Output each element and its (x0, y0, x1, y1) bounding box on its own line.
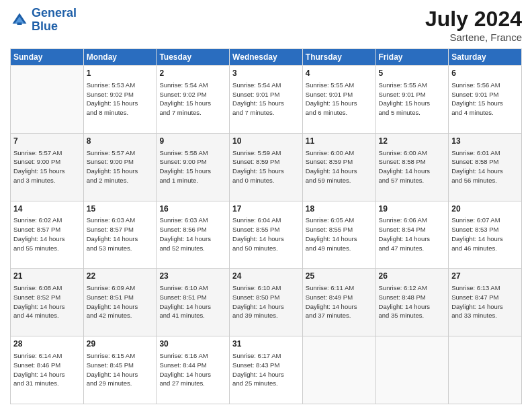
calendar-cell: 7Sunrise: 5:57 AM Sunset: 9:00 PM Daylig… (11, 133, 84, 201)
calendar-cell: 3Sunrise: 5:54 AM Sunset: 9:01 PM Daylig… (230, 66, 303, 134)
calendar-cell: 12Sunrise: 6:00 AM Sunset: 8:58 PM Dayli… (375, 133, 449, 201)
day-info: Sunrise: 5:57 AM Sunset: 9:00 PM Dayligh… (87, 148, 154, 185)
calendar-week-row: 14Sunrise: 6:02 AM Sunset: 8:57 PM Dayli… (11, 201, 522, 269)
calendar-cell: 22Sunrise: 6:09 AM Sunset: 8:51 PM Dayli… (83, 269, 157, 336)
weekday-header: Tuesday (157, 49, 230, 66)
calendar-header-row: SundayMondayTuesdayWednesdayThursdayFrid… (11, 49, 522, 66)
day-number: 28 (13, 338, 81, 350)
day-number: 4 (306, 68, 373, 79)
day-info: Sunrise: 6:04 AM Sunset: 8:55 PM Dayligh… (232, 216, 300, 253)
calendar: SundayMondayTuesdayWednesdayThursdayFrid… (10, 48, 522, 404)
calendar-cell: 18Sunrise: 6:05 AM Sunset: 8:55 PM Dayli… (302, 201, 375, 269)
calendar-cell: 11Sunrise: 6:00 AM Sunset: 8:59 PM Dayli… (302, 133, 375, 201)
weekday-header: Thursday (302, 49, 375, 66)
calendar-cell: 13Sunrise: 6:01 AM Sunset: 8:58 PM Dayli… (449, 133, 522, 201)
day-info: Sunrise: 5:58 AM Sunset: 9:00 PM Dayligh… (159, 148, 226, 185)
weekday-header: Friday (375, 49, 449, 66)
calendar-cell: 2Sunrise: 5:54 AM Sunset: 9:02 PM Daylig… (157, 66, 230, 134)
day-info: Sunrise: 6:15 AM Sunset: 8:45 PM Dayligh… (87, 351, 154, 388)
day-info: Sunrise: 5:55 AM Sunset: 9:01 PM Dayligh… (306, 81, 373, 118)
logo-blue: Blue (32, 19, 58, 33)
day-info: Sunrise: 6:00 AM Sunset: 8:59 PM Dayligh… (306, 148, 373, 185)
calendar-cell: 16Sunrise: 6:03 AM Sunset: 8:56 PM Dayli… (157, 201, 230, 269)
day-number: 14 (13, 203, 81, 215)
day-info: Sunrise: 6:10 AM Sunset: 8:51 PM Dayligh… (159, 283, 226, 320)
calendar-cell (11, 66, 84, 134)
calendar-cell: 15Sunrise: 6:03 AM Sunset: 8:57 PM Dayli… (83, 201, 157, 269)
calendar-cell: 25Sunrise: 6:11 AM Sunset: 8:49 PM Dayli… (302, 269, 375, 336)
calendar-cell: 21Sunrise: 6:08 AM Sunset: 8:52 PM Dayli… (11, 269, 84, 336)
calendar-cell: 4Sunrise: 5:55 AM Sunset: 9:01 PM Daylig… (302, 66, 375, 134)
day-number: 30 (159, 338, 226, 350)
calendar-cell: 28Sunrise: 6:14 AM Sunset: 8:46 PM Dayli… (11, 336, 84, 404)
day-number: 27 (451, 271, 519, 282)
logo-icon (10, 11, 29, 30)
day-info: Sunrise: 5:56 AM Sunset: 9:01 PM Dayligh… (451, 81, 519, 118)
calendar-week-row: 28Sunrise: 6:14 AM Sunset: 8:46 PM Dayli… (11, 336, 522, 404)
calendar-cell (375, 336, 449, 404)
calendar-week-row: 7Sunrise: 5:57 AM Sunset: 9:00 PM Daylig… (11, 133, 522, 201)
day-number: 20 (451, 203, 519, 215)
calendar-cell: 5Sunrise: 5:55 AM Sunset: 9:01 PM Daylig… (375, 66, 449, 134)
day-info: Sunrise: 6:10 AM Sunset: 8:50 PM Dayligh… (232, 283, 300, 320)
day-info: Sunrise: 5:59 AM Sunset: 8:59 PM Dayligh… (232, 148, 300, 185)
day-info: Sunrise: 6:13 AM Sunset: 8:47 PM Dayligh… (451, 283, 519, 320)
calendar-cell: 24Sunrise: 6:10 AM Sunset: 8:50 PM Dayli… (230, 269, 303, 336)
day-number: 18 (306, 203, 373, 215)
day-number: 21 (13, 271, 81, 282)
day-info: Sunrise: 6:05 AM Sunset: 8:55 PM Dayligh… (306, 216, 373, 253)
day-info: Sunrise: 5:54 AM Sunset: 9:02 PM Dayligh… (159, 81, 226, 118)
calendar-cell: 1Sunrise: 5:53 AM Sunset: 9:02 PM Daylig… (83, 66, 157, 134)
calendar-cell: 19Sunrise: 6:06 AM Sunset: 8:54 PM Dayli… (375, 201, 449, 269)
day-number: 19 (379, 203, 446, 215)
day-number: 24 (232, 271, 300, 282)
day-number: 26 (379, 271, 446, 282)
day-number: 3 (232, 68, 300, 79)
location: Sartene, France (425, 32, 522, 43)
day-info: Sunrise: 5:55 AM Sunset: 9:01 PM Dayligh… (379, 81, 446, 118)
weekday-header: Sunday (11, 49, 84, 66)
day-info: Sunrise: 6:16 AM Sunset: 8:44 PM Dayligh… (159, 351, 226, 388)
calendar-cell: 20Sunrise: 6:07 AM Sunset: 8:53 PM Dayli… (449, 201, 522, 269)
calendar-cell (449, 336, 522, 404)
day-number: 1 (87, 68, 154, 79)
calendar-cell: 6Sunrise: 5:56 AM Sunset: 9:01 PM Daylig… (449, 66, 522, 134)
day-info: Sunrise: 6:17 AM Sunset: 8:43 PM Dayligh… (232, 351, 300, 388)
calendar-cell: 27Sunrise: 6:13 AM Sunset: 8:47 PM Dayli… (449, 269, 522, 336)
day-number: 11 (306, 136, 373, 147)
weekday-header: Saturday (449, 49, 522, 66)
day-number: 9 (159, 136, 226, 147)
day-number: 15 (87, 203, 154, 215)
day-number: 6 (451, 68, 519, 79)
calendar-cell: 14Sunrise: 6:02 AM Sunset: 8:57 PM Dayli… (11, 201, 84, 269)
day-info: Sunrise: 6:12 AM Sunset: 8:48 PM Dayligh… (379, 283, 446, 320)
day-info: Sunrise: 6:14 AM Sunset: 8:46 PM Dayligh… (13, 351, 81, 388)
day-number: 12 (379, 136, 446, 147)
day-info: Sunrise: 6:07 AM Sunset: 8:53 PM Dayligh… (451, 216, 519, 253)
calendar-cell: 26Sunrise: 6:12 AM Sunset: 8:48 PM Dayli… (375, 269, 449, 336)
day-info: Sunrise: 6:01 AM Sunset: 8:58 PM Dayligh… (451, 148, 519, 185)
day-info: Sunrise: 6:09 AM Sunset: 8:51 PM Dayligh… (87, 283, 154, 320)
calendar-cell: 23Sunrise: 6:10 AM Sunset: 8:51 PM Dayli… (157, 269, 230, 336)
day-info: Sunrise: 6:06 AM Sunset: 8:54 PM Dayligh… (379, 216, 446, 253)
day-number: 23 (159, 271, 226, 282)
logo-general: General (32, 6, 77, 19)
month-year: July 2024 (425, 7, 522, 32)
day-number: 7 (13, 136, 81, 147)
day-number: 16 (159, 203, 226, 215)
day-info: Sunrise: 6:03 AM Sunset: 8:56 PM Dayligh… (159, 216, 226, 253)
day-number: 22 (87, 271, 154, 282)
calendar-cell: 9Sunrise: 5:58 AM Sunset: 9:00 PM Daylig… (157, 133, 230, 201)
calendar-cell: 10Sunrise: 5:59 AM Sunset: 8:59 PM Dayli… (230, 133, 303, 201)
page: General Blue July 2024 Sartene, France S… (0, 0, 532, 411)
weekday-header: Wednesday (230, 49, 303, 66)
calendar-cell (302, 336, 375, 404)
day-info: Sunrise: 6:11 AM Sunset: 8:49 PM Dayligh… (306, 283, 373, 320)
logo-text: General Blue (32, 7, 77, 34)
day-number: 2 (159, 68, 226, 79)
calendar-week-row: 1Sunrise: 5:53 AM Sunset: 9:02 PM Daylig… (11, 66, 522, 134)
calendar-week-row: 21Sunrise: 6:08 AM Sunset: 8:52 PM Dayli… (11, 269, 522, 336)
svg-rect-2 (17, 22, 22, 25)
day-number: 29 (87, 338, 154, 350)
day-info: Sunrise: 5:54 AM Sunset: 9:01 PM Dayligh… (232, 81, 300, 118)
